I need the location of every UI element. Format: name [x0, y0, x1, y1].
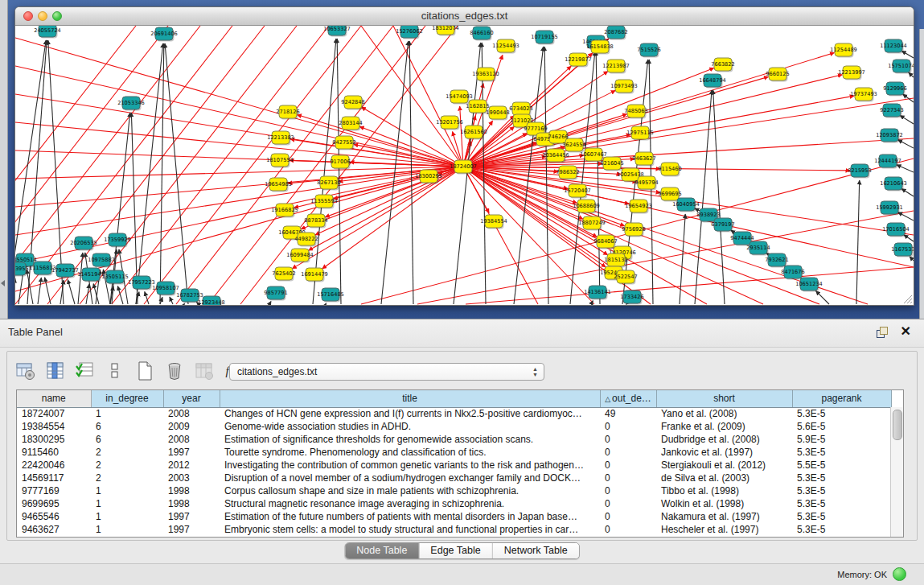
- graph-node[interactable]: 11123044: [880, 39, 907, 54]
- table-cell[interactable]: 0: [600, 446, 656, 459]
- graph-node[interactable]: 16648794: [699, 74, 726, 89]
- graph-node[interactable]: 19737493: [850, 88, 877, 102]
- column-header-name[interactable]: name: [17, 390, 91, 407]
- table-cell[interactable]: 2008: [163, 407, 220, 420]
- table-cell[interactable]: 9699695: [17, 497, 91, 510]
- table-settings-icon[interactable]: [14, 360, 37, 382]
- table-cell[interactable]: 1997: [163, 446, 220, 459]
- table-cell[interactable]: 5.9E-5: [792, 433, 891, 446]
- graph-node[interactable]: 24055724: [34, 26, 61, 39]
- tab-edge-table[interactable]: Edge Table: [419, 543, 492, 558]
- column-header-in_degree[interactable]: in_degree: [91, 390, 163, 407]
- network-canvas[interactable]: 1872400724055724206914061065332715276062…: [15, 26, 914, 305]
- graph-node[interactable]: 917006: [330, 155, 350, 170]
- graph-node[interactable]: 15720407: [564, 184, 591, 199]
- table-cell[interactable]: 1998: [163, 484, 220, 497]
- network-window-titlebar[interactable]: citations_edges.txt: [15, 7, 914, 26]
- graph-node[interactable]: 17359929: [104, 233, 131, 248]
- table-cell[interactable]: Tibbo et al. (1998): [656, 484, 792, 497]
- graph-node[interactable]: 4498222: [294, 233, 318, 247]
- table-row[interactable]: 911546021997Tourette syndrome. Phenomeno…: [17, 446, 891, 459]
- graph-node[interactable]: 12444197: [874, 154, 901, 169]
- table-cell[interactable]: 1997: [163, 523, 220, 536]
- graph-node[interactable]: 2522547: [614, 270, 637, 285]
- graph-node[interactable]: 13201756: [436, 116, 463, 130]
- table-cell[interactable]: Corpus callosum shape and size in male p…: [220, 484, 600, 497]
- graph-node[interactable]: 10688609: [573, 200, 600, 214]
- table-cell[interactable]: 6: [91, 433, 163, 446]
- graph-node[interactable]: 2087682: [604, 26, 627, 40]
- table-cell[interactable]: 5.3E-5: [792, 523, 891, 536]
- graph-node[interactable]: 15716485: [317, 288, 344, 303]
- graph-node[interactable]: 8466160: [470, 27, 493, 41]
- graph-node[interactable]: 6379197: [711, 218, 734, 233]
- graph-node[interactable]: 11254493: [492, 39, 519, 54]
- table-cell[interactable]: 0: [600, 472, 656, 484]
- table-cell[interactable]: 0: [600, 459, 656, 472]
- table-cell[interactable]: Franke et al. (2009): [656, 420, 792, 433]
- table-cell[interactable]: Hescheler et al. (1997): [656, 523, 792, 536]
- table-cell[interactable]: 2: [91, 472, 163, 484]
- table-cell[interactable]: Investigating the contribution of common…: [220, 459, 600, 472]
- graph-node[interactable]: 8427552: [332, 136, 355, 150]
- table-cell[interactable]: 5.3E-5: [792, 484, 891, 497]
- tab-node-table[interactable]: Node Table: [345, 543, 419, 558]
- panel-float-icon[interactable]: [877, 327, 889, 339]
- table-cell[interactable]: 1: [91, 510, 163, 523]
- table-cell[interactable]: Genome-wide association studies in ADHD.: [220, 420, 600, 433]
- table-cell[interactable]: Yano et al. (2008): [656, 407, 792, 420]
- canvas-resize-grip[interactable]: [901, 293, 913, 304]
- graph-node[interactable]: 21053346: [117, 97, 145, 111]
- table-cell[interactable]: 9463627: [17, 523, 91, 536]
- table-cell[interactable]: 2: [91, 446, 163, 459]
- graph-node[interactable]: 12219877: [565, 53, 592, 68]
- graph-node[interactable]: 16099484: [286, 249, 314, 263]
- table-cell[interactable]: 5.3E-5: [792, 446, 891, 459]
- splitter-collapse-icon[interactable]: [1, 280, 5, 286]
- table-row[interactable]: 2242004622012Investigating the contribut…: [17, 459, 891, 472]
- table-row[interactable]: 1830029562008Estimation of significance …: [17, 433, 891, 446]
- graph-node[interactable]: 9684067: [593, 235, 617, 249]
- table-cell[interactable]: 0: [600, 484, 656, 497]
- table-cell[interactable]: Stergiakouli et al. (2012): [656, 459, 792, 472]
- table-cell[interactable]: 19384554: [17, 420, 91, 433]
- scrollbar-thumb[interactable]: [893, 410, 902, 440]
- table-selector-dropdown[interactable]: citations_edges.txt ▲▼: [229, 363, 544, 381]
- graph-node[interactable]: 10653327: [323, 26, 351, 37]
- table-cell[interactable]: Embryonic stem cells: a model to study s…: [220, 523, 600, 536]
- table-cell[interactable]: 0: [600, 420, 656, 433]
- import-table-icon[interactable]: [193, 360, 216, 382]
- table-cell[interactable]: 49: [600, 407, 656, 420]
- table-cell[interactable]: 6: [91, 420, 163, 433]
- graph-node[interactable]: 7625402: [272, 267, 295, 282]
- table-visibility-icon[interactable]: [74, 360, 97, 382]
- table-row[interactable]: 946554611997Estimation of the future num…: [17, 510, 891, 523]
- graph-node[interactable]: 9756928: [622, 223, 645, 237]
- graph-node[interactable]: 1733426: [620, 290, 643, 305]
- table-cell[interactable]: Estimation of significance thresholds fo…: [220, 433, 600, 446]
- table-row[interactable]: 946362711997Embryonic stem cells: a mode…: [17, 523, 891, 536]
- graph-node[interactable]: 20206535: [70, 237, 97, 251]
- table-cell[interactable]: Wolkin et al. (1998): [656, 497, 792, 510]
- graph-node[interactable]: 15992931: [876, 201, 903, 216]
- table-cell[interactable]: Changes of HCN gene expression and I(f) …: [220, 407, 600, 420]
- table-cell[interactable]: 1: [91, 407, 163, 420]
- table-cell[interactable]: 1998: [163, 497, 220, 510]
- graph-node[interactable]: 18312074: [432, 26, 459, 36]
- graph-node[interactable]: 6216045: [600, 157, 623, 171]
- table-cell[interactable]: 18300295: [17, 433, 91, 446]
- graph-node[interactable]: 7515526: [637, 43, 660, 58]
- graph-node[interactable]: 9463627: [632, 152, 655, 167]
- table-cell[interactable]: 5.3E-5: [792, 510, 891, 523]
- table-cell[interactable]: 2009: [163, 420, 220, 433]
- graph-node[interactable]: 15276062: [396, 26, 423, 39]
- graph-node[interactable]: 10973493: [610, 80, 638, 94]
- graph-node[interactable]: 15751074: [888, 60, 914, 74]
- table-cell[interactable]: 2: [91, 459, 163, 472]
- table-cell[interactable]: Tourette syndrome. Phenomenology and cla…: [220, 446, 600, 459]
- table-cell[interactable]: 22420046: [17, 459, 91, 472]
- east-panel-edge[interactable]: [919, 29, 924, 319]
- graph-node[interactable]: 2803144: [339, 117, 362, 131]
- table-row[interactable]: 969969511998Structural magnetic resonanc…: [17, 497, 891, 510]
- graph-node[interactable]: 12213987: [602, 60, 630, 74]
